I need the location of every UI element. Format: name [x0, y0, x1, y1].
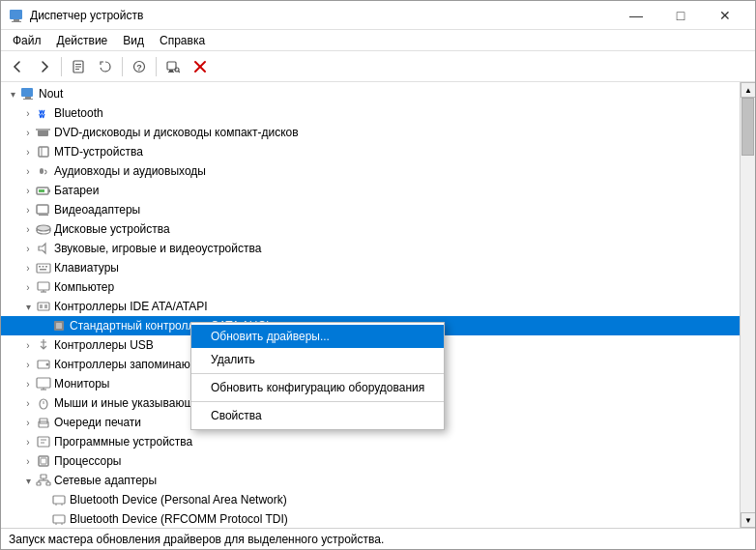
svg-rect-26	[48, 189, 50, 192]
tree-item-bt-rfc[interactable]: › Bluetooth Device (RFCOMM Protocol TDI)	[1, 509, 740, 528]
battery-label: Батареи	[54, 184, 99, 197]
app-icon	[9, 8, 24, 23]
svg-rect-6	[75, 69, 79, 70]
print-icon	[36, 415, 51, 430]
status-text: Запуск мастера обновления драйверов для …	[9, 533, 384, 546]
tree-item-sound[interactable]: › Звуковые, игровые и видеоустройства	[1, 239, 740, 258]
expand-monitors[interactable]: ›	[20, 376, 36, 391]
maximize-button[interactable]: □	[658, 1, 703, 30]
ctx-update-drivers[interactable]: Обновить драйверы...	[191, 325, 444, 348]
keyboard-label: Клавиатуры	[54, 261, 119, 275]
tree-item-keyboard[interactable]: › Клавиатуры	[1, 258, 740, 277]
expand-bluetooth[interactable]: ›	[20, 105, 36, 121]
svg-rect-11	[168, 72, 174, 72]
expand-net[interactable]: ▾	[20, 473, 36, 488]
svg-rect-36	[39, 266, 41, 268]
expand-ide[interactable]: ▾	[20, 299, 36, 314]
usb-icon	[36, 337, 51, 353]
scroll-track[interactable]	[741, 98, 755, 512]
expand-mice[interactable]: ›	[20, 395, 36, 411]
tree-item-mtd[interactable]: › MTD-устройства	[1, 142, 740, 161]
net-icon	[36, 473, 51, 488]
toolbar-sep-2	[122, 57, 123, 76]
menu-view[interactable]: Вид	[115, 32, 152, 49]
ctx-refresh-hw[interactable]: Обновить конфигурацию оборудования	[191, 376, 444, 399]
expand-mtd[interactable]: ›	[20, 144, 36, 159]
bt-pan-label: Bluetooth Device (Personal Area Network)	[70, 493, 287, 507]
forward-icon	[38, 60, 51, 73]
scroll-down-button[interactable]: ▼	[741, 512, 755, 528]
device-manager-window: Диспетчер устройств — □ ✕ Файл Действие …	[0, 0, 756, 550]
title-bar: Диспетчер устройств — □ ✕	[1, 1, 755, 30]
expand-disk[interactable]: ›	[20, 221, 36, 237]
expand-video[interactable]: ›	[20, 202, 36, 217]
back-icon	[11, 60, 24, 73]
expand-dvd[interactable]: ›	[20, 125, 36, 140]
scrollbar-vertical[interactable]: ▲ ▼	[740, 82, 755, 528]
expand-usb[interactable]: ›	[20, 337, 36, 353]
ctx-uninstall[interactable]: Удалить	[191, 348, 444, 371]
device-tree[interactable]: ▾ Nout › ʬ Bluetooth › DVD-дис	[1, 82, 740, 528]
menu-help[interactable]: Справка	[152, 32, 213, 49]
tree-item-programs[interactable]: › Программные устройства	[1, 432, 740, 451]
toolbar-remove[interactable]	[188, 54, 213, 79]
toolbar-properties[interactable]	[66, 54, 91, 79]
expand-battery[interactable]: ›	[20, 183, 36, 198]
tree-item-ide[interactable]: ▾ Контроллеры IDE ATA/ATAPI	[1, 297, 740, 316]
expand-computer[interactable]: ›	[20, 279, 36, 295]
scroll-up-button[interactable]: ▲	[741, 82, 755, 98]
expand-keyboard[interactable]: ›	[20, 260, 36, 275]
dvd-label: DVD-дисководы и дисководы компакт-дисков	[54, 126, 299, 139]
expand-cpu[interactable]: ›	[20, 453, 36, 469]
svg-rect-16	[21, 88, 33, 97]
svg-rect-44	[40, 304, 43, 308]
svg-rect-50	[37, 378, 50, 388]
close-button[interactable]: ✕	[703, 1, 747, 30]
menu-action[interactable]: Действие	[49, 32, 116, 49]
scroll-thumb[interactable]	[741, 98, 754, 156]
tree-item-video[interactable]: › Видеоадаптеры	[1, 200, 740, 219]
context-menu: Обновить драйверы... Удалить Обновить ко…	[190, 322, 445, 430]
expand-programs[interactable]: ›	[20, 434, 36, 449]
expand-root[interactable]: ▾	[5, 86, 20, 101]
svg-rect-64	[46, 482, 50, 485]
toolbar-forward[interactable]	[32, 54, 57, 79]
comp-icon	[36, 279, 51, 295]
tree-root[interactable]: ▾ Nout	[1, 84, 740, 103]
expand-audio[interactable]: ›	[20, 163, 36, 179]
svg-marker-34	[39, 244, 45, 253]
expand-storage[interactable]: ›	[20, 357, 36, 372]
tree-item-disk[interactable]: › Дисковые устройства	[1, 219, 740, 239]
svg-point-49	[46, 363, 49, 366]
tree-item-net[interactable]: ▾ Сетевые адаптеры	[1, 471, 740, 490]
svg-text:ʬ: ʬ	[39, 107, 45, 121]
audio-label: Аудиовходы и аудиовыходы	[54, 164, 206, 178]
disk-label: Дисковые устройства	[54, 222, 170, 236]
toolbar-back[interactable]	[5, 54, 30, 79]
video-icon	[36, 202, 51, 217]
svg-rect-24	[40, 168, 44, 174]
svg-rect-61	[41, 458, 46, 464]
tree-item-computer[interactable]: › Компьютер	[1, 277, 740, 297]
mtd-label: MTD-устройства	[54, 145, 143, 159]
tree-item-cpu[interactable]: › Процессоры	[1, 451, 740, 471]
mouse-icon	[36, 395, 51, 411]
tree-item-bt-pan[interactable]: › Bluetooth Device (Personal Area Networ…	[1, 490, 740, 509]
expand-print[interactable]: ›	[20, 415, 36, 430]
tree-item-bluetooth[interactable]: › ʬ Bluetooth	[1, 103, 740, 123]
menu-file[interactable]: Файл	[5, 32, 49, 49]
minimize-button[interactable]: —	[614, 1, 658, 30]
ctx-properties[interactable]: Свойства	[191, 404, 444, 427]
toolbar-scan[interactable]	[160, 54, 186, 79]
svg-rect-62	[41, 475, 46, 478]
tree-item-dvd[interactable]: › DVD-дисководы и дисководы компакт-диск…	[1, 123, 740, 142]
tree-item-audio[interactable]: › Аудиовходы и аудиовыходы	[1, 161, 740, 181]
expand-sound[interactable]: ›	[20, 241, 36, 256]
tree-item-battery[interactable]: › Батареи	[1, 181, 740, 200]
svg-rect-43	[38, 303, 49, 310]
svg-rect-17	[25, 97, 31, 99]
svg-rect-22	[39, 147, 48, 157]
toolbar-update[interactable]	[93, 54, 118, 79]
bluetooth-icon: ʬ	[36, 105, 51, 121]
toolbar-help[interactable]: ?	[127, 54, 152, 79]
